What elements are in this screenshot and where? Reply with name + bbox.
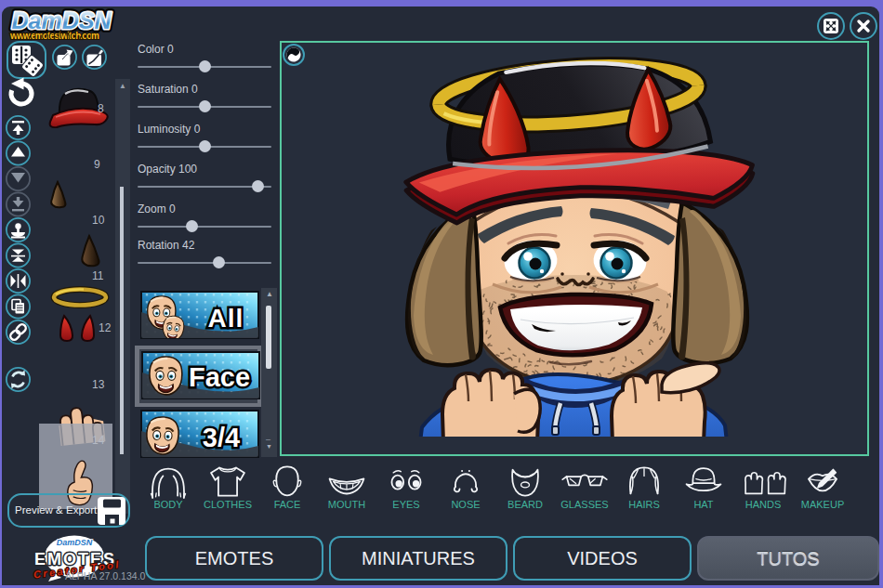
svg-text:All: All	[208, 304, 244, 333]
svg-text:3/4: 3/4	[203, 423, 240, 452]
svg-text:DamDSN: DamDSN	[57, 538, 93, 547]
svg-text:Face: Face	[189, 362, 250, 392]
